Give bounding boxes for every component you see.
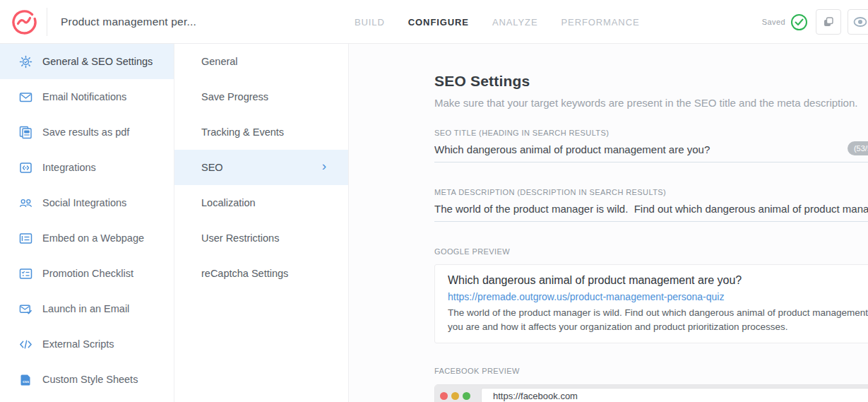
- tab-build[interactable]: BUILD: [355, 17, 385, 28]
- submenu-item-label: reCaptcha Settings: [201, 268, 288, 279]
- submenu-item-recaptcha-settings[interactable]: reCaptcha Settings: [174, 256, 348, 291]
- sidebar-item-label: Promotion Checklist: [42, 268, 133, 279]
- sidebar-item-external-scripts[interactable]: External Scripts: [0, 326, 174, 362]
- app-header: Product management per... BUILD CONFIGUR…: [0, 0, 868, 44]
- tab-performance[interactable]: PERFORMANCE: [561, 17, 639, 28]
- browser-chrome-bar: https://facebook.com: [435, 385, 868, 402]
- sidebar-item-label: General & SEO Settings: [42, 56, 153, 67]
- duplicate-button[interactable]: [816, 9, 841, 35]
- facebook-preview-card: https://facebook.com: [434, 384, 868, 402]
- sidebar-item-launch-email[interactable]: Launch in an Email: [0, 291, 174, 326]
- tab-configure[interactable]: CONFIGURE: [408, 17, 469, 28]
- meta-description-label: META DESCRIPTION (DESCRIPTION IN SEARCH …: [434, 188, 868, 196]
- code-icon: [19, 338, 32, 351]
- google-preview-description: The world of the product manager is wild…: [448, 306, 868, 334]
- project-title[interactable]: Product management per...: [61, 0, 196, 44]
- submenu-item-localization[interactable]: Localization: [174, 185, 348, 220]
- browser-url-field: https://facebook.com: [481, 388, 868, 402]
- css-file-icon: css: [19, 373, 32, 386]
- sidebar-item-general-seo-settings[interactable]: General & SEO Settings: [0, 44, 174, 79]
- browser-dot-yellow-icon: [451, 392, 459, 400]
- seo-settings-panel: SEO Settings Make sure that your target …: [349, 44, 868, 402]
- duplicate-icon: [822, 16, 835, 28]
- submenu-item-tracking-events[interactable]: Tracking & Events: [174, 114, 348, 150]
- google-preview-url: https://premade.outgrow.us/product-manag…: [448, 291, 868, 303]
- header-divider: [47, 8, 47, 36]
- people-icon: [19, 196, 32, 210]
- outgrow-logo-icon[interactable]: [11, 8, 37, 35]
- saved-check-icon: [791, 14, 807, 30]
- sidebar-item-label: Save results as pdf: [42, 126, 129, 138]
- integrations-box-icon: [19, 161, 32, 175]
- sidebar-item-label: Launch in an Email: [42, 303, 129, 314]
- seo-title-label: SEO TITLE (HEADING IN SEARCH RESULTS): [434, 129, 868, 137]
- sidebar-item-social-integrations[interactable]: Social Integrations: [0, 185, 174, 220]
- google-preview-label: GOOGLE PREVIEW: [434, 247, 868, 256]
- envelope-icon: [19, 90, 32, 104]
- submenu-item-label: Localization: [201, 197, 256, 208]
- settings-sidebar: General & SEO Settings Email Notificatio…: [0, 44, 174, 402]
- submenu-item-user-restrictions[interactable]: User Restrictions: [174, 220, 348, 256]
- submenu-item-save-progress[interactable]: Save Progress: [174, 79, 348, 114]
- submenu-item-label: SEO: [201, 162, 223, 173]
- eye-icon: [853, 17, 867, 27]
- header-actions: Saved: [762, 0, 868, 44]
- browser-dot-red-icon: [440, 392, 448, 400]
- sidebar-item-label: External Scripts: [42, 338, 114, 350]
- google-preview-card: Which dangerous animal of product manage…: [434, 264, 868, 343]
- preview-button[interactable]: [848, 9, 868, 35]
- embed-page-icon: [19, 232, 32, 245]
- sidebar-item-save-results-pdf[interactable]: Save results as pdf: [0, 114, 174, 150]
- page-title: SEO Settings: [434, 73, 868, 90]
- page-subtitle: Make sure that your target keywords are …: [434, 97, 868, 109]
- general-settings-submenu: General Save Progress Tracking & Events …: [174, 44, 349, 402]
- meta-description-field-wrap: [434, 203, 868, 222]
- sidebar-item-promotion-checklist[interactable]: Promotion Checklist: [0, 256, 174, 291]
- gear-icon: [19, 55, 32, 69]
- top-nav: BUILD CONFIGURE ANALYZE PERFORMANCE: [355, 0, 640, 44]
- chevron-right-icon: ›: [322, 158, 326, 174]
- sidebar-item-label: Integrations: [42, 162, 96, 173]
- tab-analyze[interactable]: ANALYZE: [492, 17, 538, 28]
- svg-text:css: css: [23, 379, 29, 384]
- char-count-badge: (53/5: [848, 141, 868, 155]
- seo-title-field-wrap: (53/5: [434, 143, 868, 162]
- submenu-item-seo[interactable]: SEO ›: [174, 150, 348, 185]
- submenu-item-label: Save Progress: [201, 91, 268, 102]
- pdf-pages-icon: [19, 126, 32, 139]
- sidebar-item-label: Embed on a Webpage: [42, 232, 144, 244]
- submenu-item-general[interactable]: General: [174, 44, 348, 79]
- submenu-item-label: Tracking & Events: [201, 126, 284, 138]
- saved-status-label: Saved: [762, 18, 785, 26]
- submenu-item-label: General: [201, 56, 238, 67]
- facebook-preview-label: FACEBOOK PREVIEW: [434, 367, 868, 375]
- meta-description-input[interactable]: [434, 203, 868, 222]
- checklist-icon: [19, 267, 32, 280]
- email-check-icon: [19, 302, 32, 316]
- seo-title-input[interactable]: [434, 143, 868, 162]
- sidebar-item-label: Social Integrations: [42, 197, 126, 208]
- sidebar-item-label: Email Notifications: [42, 91, 126, 102]
- sidebar-item-integrations[interactable]: Integrations: [0, 150, 174, 185]
- sidebar-item-embed-webpage[interactable]: Embed on a Webpage: [0, 220, 174, 256]
- sidebar-item-custom-style-sheets[interactable]: css Custom Style Sheets: [0, 362, 174, 397]
- google-preview-title: Which dangerous animal of product manage…: [448, 273, 868, 287]
- submenu-item-label: User Restrictions: [201, 232, 279, 244]
- sidebar-item-label: Custom Style Sheets: [42, 374, 138, 385]
- browser-dot-green-icon: [463, 392, 470, 400]
- sidebar-item-email-notifications[interactable]: Email Notifications: [0, 79, 174, 114]
